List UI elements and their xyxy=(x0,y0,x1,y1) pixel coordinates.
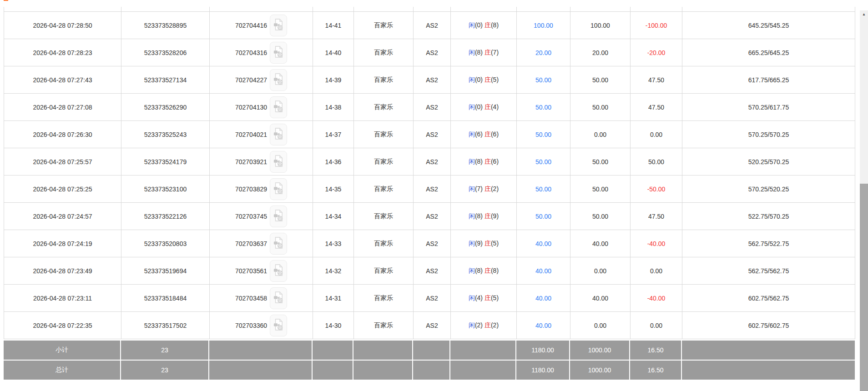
valid-amount-cell: 50.00 xyxy=(570,94,631,121)
game-id-text: 702703458 xyxy=(235,295,267,302)
table-name-cell: AS2 xyxy=(414,94,451,121)
valid-amount-cell: 50.00 xyxy=(570,203,631,230)
video-replay-button[interactable] xyxy=(270,96,287,118)
scrollbar-thumb[interactable] xyxy=(860,184,868,391)
banker-score: (8) xyxy=(491,267,499,274)
table-row: 2026-04-28 07:25:57 523373524179 7027039… xyxy=(4,148,855,175)
bet-amount-link[interactable]: 20.00 xyxy=(535,49,551,56)
balance-cell: 570.25/617.75 xyxy=(682,94,855,121)
table-name-cell: AS2 xyxy=(414,39,451,66)
bet-amount-cell: 100.00 xyxy=(517,12,570,39)
bet-amount-cell: 50.00 xyxy=(517,121,570,148)
player-label: 闲 xyxy=(469,130,475,138)
bet-time-cell: 2026-04-28 07:24:19 xyxy=(4,230,121,257)
result-cell: 闲(8) 庄(8) xyxy=(451,257,517,285)
video-replay-button[interactable] xyxy=(270,260,287,282)
video-replay-button[interactable] xyxy=(270,287,287,309)
table-row: 2026-04-28 07:27:43 523373527134 7027042… xyxy=(4,66,855,94)
scrollbar-up-arrow[interactable]: ▲ xyxy=(860,10,868,18)
player-label: 闲 xyxy=(469,103,475,110)
player-label: 闲 xyxy=(469,294,475,301)
bet-amount-link[interactable]: 50.00 xyxy=(535,131,551,138)
bet-time-cell: 2026-04-28 07:23:49 xyxy=(4,257,121,285)
balance-cell: 645.25/545.25 xyxy=(682,12,855,39)
video-replay-button[interactable] xyxy=(270,124,287,145)
total-bet-amount: 1180.00 xyxy=(516,361,569,380)
video-replay-button[interactable] xyxy=(270,69,287,91)
valid-amount-cell: 100.00 xyxy=(570,12,631,39)
video-replay-button[interactable] xyxy=(270,206,287,227)
balance-cell: 602.75/602.75 xyxy=(682,312,855,339)
banker-score: (5) xyxy=(491,294,499,301)
total-valid-amount: 1000.00 xyxy=(570,361,629,380)
bet-amount-cell: 20.00 xyxy=(517,39,570,66)
subtotal-label: 小计 xyxy=(4,341,120,360)
game-id-cell: 702703921 xyxy=(210,148,313,175)
bet-amount-link[interactable]: 50.00 xyxy=(535,104,551,111)
table-name-cell: AS2 xyxy=(414,230,451,257)
round-cell: 14-32 xyxy=(313,257,354,285)
subtotal-win-loss: 16.50 xyxy=(630,341,681,360)
game-name-cell: 百家乐 xyxy=(354,230,414,257)
bet-amount-link[interactable]: 40.00 xyxy=(535,240,551,247)
video-replay-button[interactable] xyxy=(270,151,287,173)
video-file-icon xyxy=(273,127,283,142)
valid-amount-cell: 50.00 xyxy=(570,175,631,203)
game-id-cell: 702703458 xyxy=(210,285,313,312)
video-replay-button[interactable] xyxy=(270,42,287,64)
balance-cell: 570.25/570.25 xyxy=(682,121,855,148)
game-id-text: 702703561 xyxy=(235,267,267,275)
bet-amount-link[interactable]: 50.00 xyxy=(535,213,551,220)
video-file-icon xyxy=(273,45,283,60)
game-id-cell: 702703829 xyxy=(210,175,313,203)
bet-amount-link[interactable]: 50.00 xyxy=(535,76,551,84)
round-cell: 14-35 xyxy=(313,175,354,203)
banker-score: (5) xyxy=(491,240,499,247)
table-name-cell: AS2 xyxy=(414,121,451,148)
bet-amount-cell: 50.00 xyxy=(517,148,570,175)
table-row: 2026-04-28 07:26:30 523373525243 7027040… xyxy=(4,121,855,148)
banker-score: (6) xyxy=(491,158,499,165)
video-replay-button[interactable] xyxy=(270,178,287,200)
bet-amount-link[interactable]: 50.00 xyxy=(535,158,551,165)
win-loss-cell: -50.00 xyxy=(631,175,682,203)
round-cell: 14-40 xyxy=(313,39,354,66)
bet-amount-link[interactable]: 40.00 xyxy=(535,267,551,275)
game-id-cell: 702703561 xyxy=(210,257,313,285)
result-cell: 闲(7) 庄(2) xyxy=(451,175,517,203)
bet-time-cell: 2026-04-28 07:23:11 xyxy=(4,285,121,312)
round-cell: 14-30 xyxy=(313,312,354,339)
video-file-icon xyxy=(273,72,283,87)
game-name-cell: 百家乐 xyxy=(354,39,414,66)
bet-amount-cell: 50.00 xyxy=(517,175,570,203)
banker-label: 庄 xyxy=(484,240,491,247)
bet-time-cell: 2026-04-28 07:25:25 xyxy=(4,175,121,203)
player-score: (0) xyxy=(475,103,483,110)
table-row: 2026-04-28 07:27:08 523373526290 7027041… xyxy=(4,94,855,121)
game-id-cell: 702703637 xyxy=(210,230,313,257)
table-name-cell: AS2 xyxy=(414,285,451,312)
result-cell: 闲(6) 庄(6) xyxy=(451,121,517,148)
subtotal-count: 23 xyxy=(121,341,208,360)
video-replay-button[interactable] xyxy=(270,15,287,36)
video-file-icon xyxy=(273,236,283,251)
balance-cell: 522.75/570.25 xyxy=(682,203,855,230)
table-row: 2026-04-28 07:24:57 523373522126 7027037… xyxy=(4,203,855,230)
banker-score: (2) xyxy=(491,185,499,192)
vertical-scrollbar[interactable]: ▲ xyxy=(860,10,868,391)
bet-time-cell: 2026-04-28 07:24:57 xyxy=(4,203,121,230)
table-row: 2026-04-28 07:23:49 523373519694 7027035… xyxy=(4,257,855,285)
valid-amount-cell: 0.00 xyxy=(570,121,631,148)
game-id-text: 702704021 xyxy=(235,131,267,138)
bet-records-table: 2026-04-28 07:28:50 523373528895 7027044… xyxy=(4,7,855,339)
game-id-text: 702704227 xyxy=(235,76,267,84)
bet-amount-link[interactable]: 40.00 xyxy=(535,322,551,329)
bet-amount-link[interactable]: 40.00 xyxy=(535,295,551,302)
bet-amount-link[interactable]: 100.00 xyxy=(534,22,553,29)
banker-score: (6) xyxy=(491,130,499,138)
video-replay-button[interactable] xyxy=(270,315,287,336)
bet-amount-link[interactable]: 50.00 xyxy=(535,185,551,193)
game-name-cell: 百家乐 xyxy=(354,175,414,203)
video-replay-button[interactable] xyxy=(270,233,287,255)
game-name-cell: 百家乐 xyxy=(354,148,414,175)
